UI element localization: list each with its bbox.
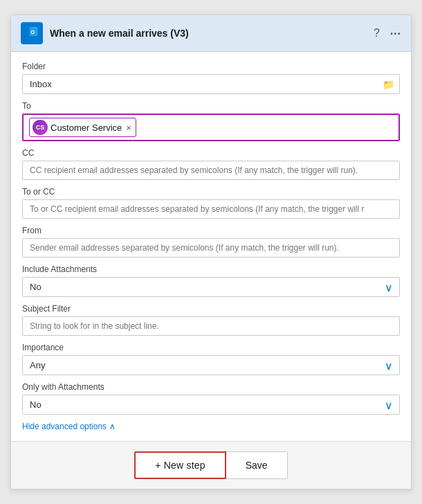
cc-label: CC (22, 148, 400, 158)
folder-calendar-icon: 📁 (383, 79, 394, 90)
only-attachments-select-wrapper: No Yes ∨ (22, 395, 400, 415)
hide-advanced-chevron-icon: ∧ (109, 422, 116, 431)
card-footer: + New step Save (11, 441, 411, 489)
header-title: When a new email arrives (V3) (50, 28, 189, 39)
header-left: O When a new email arrives (V3) (21, 22, 189, 44)
hide-advanced-text: Hide advanced options (22, 422, 107, 431)
importance-select[interactable]: Any High Normal Low (22, 355, 400, 375)
cc-input[interactable] (22, 161, 400, 180)
only-attachments-select[interactable]: No Yes (22, 395, 400, 415)
subject-filter-field-group: Subject Filter (22, 304, 400, 336)
include-attachments-select[interactable]: No Yes (22, 277, 400, 297)
card-header: O When a new email arrives (V3) ? ⋯ (11, 15, 411, 52)
folder-field-group: Folder 📁 (22, 62, 400, 94)
cs-avatar: CS (33, 120, 48, 135)
trigger-card: O When a new email arrives (V3) ? ⋯ Fold… (10, 15, 412, 489)
svg-text:O: O (30, 29, 35, 35)
include-attachments-label: Include Attachments (22, 264, 400, 274)
card-body: Folder 📁 To CS Customer Service × CC (11, 52, 411, 441)
cs-badge-name: Customer Service (51, 123, 122, 133)
subject-filter-label: Subject Filter (22, 304, 400, 314)
include-attachments-select-wrapper: No Yes ∨ (22, 277, 400, 297)
from-field-group: From (22, 226, 400, 258)
only-attachments-field-group: Only with Attachments No Yes ∨ (22, 382, 400, 415)
outlook-icon: O (21, 22, 43, 44)
help-icon[interactable]: ? (374, 27, 380, 39)
folder-input[interactable] (22, 74, 400, 94)
from-label: From (22, 226, 400, 235)
customer-service-badge: CS Customer Service × (29, 118, 136, 137)
include-attachments-field-group: Include Attachments No Yes ∨ (22, 264, 400, 297)
importance-select-wrapper: Any High Normal Low ∨ (22, 355, 400, 375)
to-or-cc-field-group: To or CC (22, 187, 400, 219)
to-or-cc-label: To or CC (22, 187, 400, 197)
hide-advanced-button[interactable]: Hide advanced options ∧ (22, 422, 116, 431)
to-field-container[interactable]: CS Customer Service × (22, 114, 400, 141)
importance-field-group: Importance Any High Normal Low ∨ (22, 343, 400, 375)
new-step-button[interactable]: + New step (134, 451, 226, 479)
to-field-group: To CS Customer Service × (22, 101, 400, 141)
subject-filter-input[interactable] (22, 316, 400, 336)
only-attachments-label: Only with Attachments (22, 382, 400, 392)
header-right: ? ⋯ (374, 27, 401, 40)
to-or-cc-input[interactable] (22, 199, 400, 219)
importance-label: Importance (22, 343, 400, 352)
cc-field-group: CC (22, 148, 400, 180)
save-button[interactable]: Save (226, 451, 288, 479)
to-label: To (22, 101, 400, 111)
cs-remove-button[interactable]: × (126, 123, 131, 132)
from-input[interactable] (22, 238, 400, 258)
more-options-icon[interactable]: ⋯ (389, 27, 401, 40)
folder-label: Folder (22, 62, 400, 71)
